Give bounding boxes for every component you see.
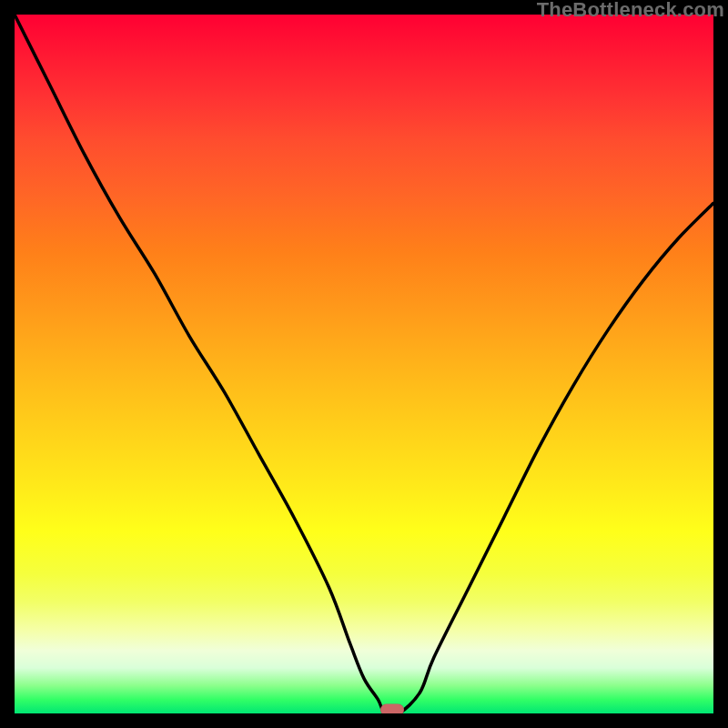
watermark-text: TheBottleneck.com [537,0,724,22]
bottleneck-gradient-background [15,15,713,713]
chart-frame: TheBottleneck.com [0,0,728,728]
optimal-point-marker [380,704,404,713]
plot-area [15,15,713,713]
